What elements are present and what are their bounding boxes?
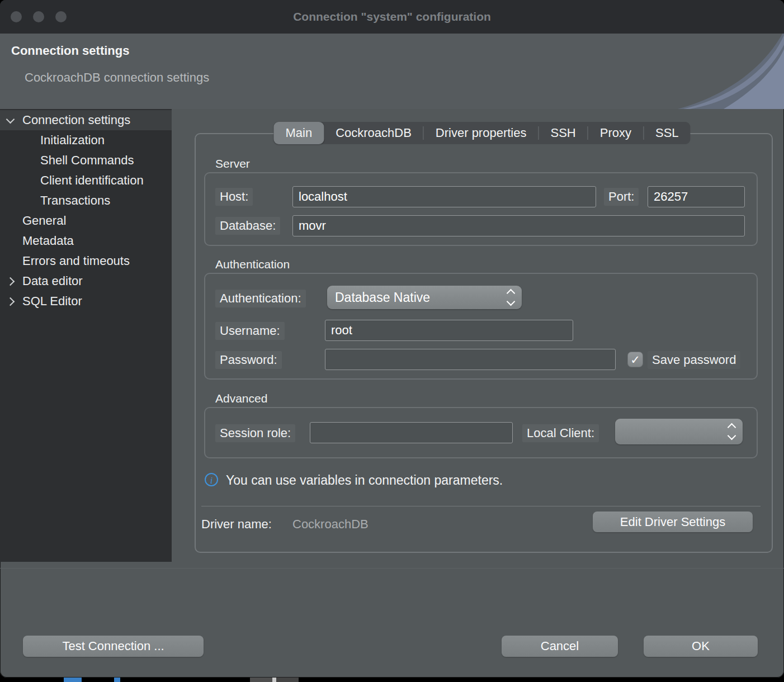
local-client-label: Local Client: — [522, 424, 599, 442]
dialog-header: Connection settings CockroachDB connecti… — [0, 34, 784, 109]
session-role-label: Session role: — [215, 424, 295, 442]
driver-name-label: Driver name: — [201, 517, 272, 532]
cancel-button[interactable]: Cancel — [502, 636, 618, 657]
edit-driver-settings-button[interactable]: Edit Driver Settings — [593, 512, 753, 532]
advanced-section-label: Advanced — [215, 392, 267, 405]
save-password-checkbox[interactable]: ✓ — [627, 352, 643, 367]
footer-divider — [0, 568, 784, 569]
connection-configuration-dialog: Connection "system" configuration Connec… — [0, 0, 784, 678]
sidebar-item-transactions[interactable]: Transactions — [0, 191, 172, 211]
port-input[interactable] — [648, 186, 745, 207]
sidebar-item-client-identification[interactable]: Client identification — [0, 170, 172, 191]
sidebar-item-connection-settings[interactable]: Connection settings — [0, 110, 172, 130]
authentication-selected-value: Database Native — [335, 290, 503, 305]
variables-info-text: You can use variables in connection para… — [226, 473, 503, 488]
sidebar-item-errors-and-timeouts[interactable]: Errors and timeouts — [0, 251, 172, 271]
test-connection-button[interactable]: Test Connection ... — [23, 636, 204, 657]
database-label: Database: — [215, 217, 280, 235]
chevron-right-icon[interactable] — [6, 277, 15, 286]
sidebar-item-shell-commands[interactable]: Shell Commands — [0, 150, 172, 170]
authentication-label: Authentication: — [215, 290, 306, 307]
page-subtitle: CockroachDB connection settings — [25, 70, 209, 85]
background-window-fragment — [250, 678, 272, 682]
username-input[interactable] — [325, 320, 573, 341]
local-client-select[interactable] — [615, 419, 743, 444]
authentication-section-label: Authentication — [215, 258, 290, 271]
window-title: Connection "system" configuration — [0, 0, 784, 34]
password-label: Password: — [215, 351, 282, 369]
decorative-swoosh — [599, 34, 784, 109]
tab-ssl[interactable]: SSL — [644, 122, 691, 144]
background-window-fragment — [276, 678, 299, 682]
background-window-fragment — [64, 678, 82, 682]
chevron-right-icon[interactable] — [6, 297, 15, 306]
background-window-fragment — [272, 678, 276, 682]
select-arrows-icon — [508, 290, 514, 305]
host-input[interactable] — [292, 186, 596, 207]
background-window-fragment — [114, 678, 120, 682]
session-role-input[interactable] — [310, 422, 513, 443]
sidebar-item-data-editor[interactable]: Data editor — [0, 271, 172, 291]
tab-proxy[interactable]: Proxy — [588, 122, 643, 144]
sidebar-item-sql-editor[interactable]: SQL Editor — [0, 291, 172, 311]
tab-main[interactable]: Main — [273, 122, 324, 144]
sidebar-item-initialization[interactable]: Initialization — [0, 130, 172, 150]
tab-cockroachdb[interactable]: CockroachDB — [324, 122, 423, 144]
database-input[interactable] — [292, 215, 745, 236]
ok-button[interactable]: OK — [644, 636, 758, 657]
title-bar: Connection "system" configuration — [0, 0, 784, 34]
sidebar-item-general[interactable]: General — [0, 211, 172, 231]
host-label: Host: — [215, 188, 253, 206]
info-icon: i — [205, 473, 218, 486]
sidebar-item-metadata[interactable]: Metadata — [0, 231, 172, 251]
password-input[interactable] — [325, 349, 616, 370]
driver-name-value: CockroachDB — [292, 517, 369, 532]
tab-driver-properties[interactable]: Driver properties — [424, 122, 539, 144]
port-label: Port: — [604, 188, 639, 206]
settings-tree: Connection settings Initialization Shell… — [0, 109, 172, 562]
select-arrows-icon — [729, 424, 735, 439]
server-section-label: Server — [215, 157, 250, 170]
tab-bar: Main CockroachDB Driver properties SSH P… — [273, 122, 690, 144]
page-title: Connection settings — [11, 44, 129, 58]
authentication-select[interactable]: Database Native — [327, 286, 522, 309]
tab-ssh[interactable]: SSH — [539, 122, 587, 144]
chevron-down-icon[interactable] — [6, 115, 15, 124]
driver-divider — [201, 506, 761, 506]
save-password-label: Save password — [648, 351, 740, 369]
username-label: Username: — [215, 322, 285, 340]
